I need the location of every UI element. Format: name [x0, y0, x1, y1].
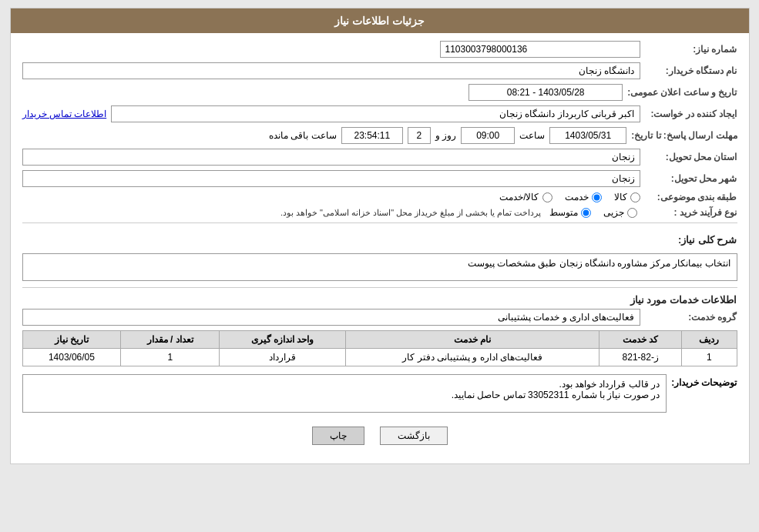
need-number-value: 1103003798000136 — [440, 41, 640, 58]
category-label-kala-khedmat: کالا/خدمت — [499, 192, 539, 202]
back-button[interactable]: بازگشت — [380, 427, 448, 445]
col-count: تعداد / مقدار — [121, 331, 220, 349]
category-label-khedmat: خدمت — [565, 192, 589, 202]
content-area: شماره نیاز: 1103003798000136 نام دستگاه … — [11, 33, 749, 463]
cell-unit: قرارداد — [220, 349, 346, 366]
separator-2 — [22, 287, 737, 288]
deadline-time: 09:00 — [461, 127, 515, 144]
cell-date: 1403/06/05 — [22, 349, 121, 366]
table-header-row: ردیف کد خدمت نام خدمت واحد اندازه گیری ت… — [22, 331, 737, 349]
table-row: 1 ز-82-821 فعالیت‌های اداره و پشتیبانی د… — [22, 349, 737, 366]
remaining-suffix: ساعت باقی مانده — [269, 130, 337, 141]
buyer-org-row: نام دستگاه خریدار: دانشگاه زنجان — [22, 62, 737, 79]
cell-code: ز-82-821 — [599, 349, 682, 366]
need-description-row: شرح کلی نیاز: — [22, 228, 737, 249]
category-row: طبقه بندی موضوعی: کالا خدمت کالا/خدمت — [22, 192, 737, 202]
creator-row: ایجاد کننده در خواست: اکبر قربانی کاربرد… — [22, 105, 737, 122]
category-option-kala-khedmat: کالا/خدمت — [499, 192, 552, 202]
col-date: تاریخ نیاز — [22, 331, 121, 349]
announce-date-value: 1403/05/28 - 08:21 — [468, 84, 623, 101]
cell-count: 1 — [121, 349, 220, 366]
need-description-label: شرح کلی نیاز: — [678, 234, 737, 246]
category-radio-khedmat[interactable] — [592, 192, 602, 202]
remaining-label: روز و — [435, 130, 456, 141]
buyer-org-label: نام دستگاه خریدار: — [645, 65, 737, 76]
page-header: جزئیات اطلاعات نیاز — [11, 8, 749, 33]
announce-date-label: تاریخ و ساعت اعلان عمومی: — [627, 87, 737, 98]
purchase-type-radio-motavasset[interactable] — [581, 208, 591, 218]
category-label: طبقه بندی موضوعی: — [645, 192, 737, 202]
province-value: زنجان — [22, 149, 640, 166]
services-table: ردیف کد خدمت نام خدمت واحد اندازه گیری ت… — [22, 330, 737, 366]
need-number-row: شماره نیاز: 1103003798000136 — [22, 41, 737, 58]
creator-label: ایجاد کننده در خواست: — [645, 109, 737, 119]
deadline-label: مهلت ارسال پاسخ: تا تاریخ: — [631, 130, 737, 141]
category-radio-kala[interactable] — [630, 192, 640, 202]
purchase-type-motavasset: متوسط — [549, 207, 591, 218]
announce-date-row: تاریخ و ساعت اعلان عمومی: 1403/05/28 - 0… — [22, 84, 737, 101]
purchase-type-label-motavasset: متوسط — [549, 207, 578, 218]
purchase-type-label-jozyi: جزیی — [603, 207, 624, 218]
purchase-type-radio-jozyi[interactable] — [627, 208, 637, 218]
remaining-days: 2 — [408, 127, 431, 144]
deadline-row: مهلت ارسال پاسخ: تا تاریخ: 1403/05/31 سا… — [22, 127, 737, 144]
cell-name: فعالیت‌های اداره و پشتیبانی دفتر کار — [345, 349, 599, 366]
cell-row-num: 1 — [682, 349, 737, 366]
page-container: جزئیات اطلاعات نیاز شماره نیاز: 11030037… — [10, 8, 750, 464]
service-group-value: فعالیت‌های اداری و خدمات پشتیبانی — [22, 309, 640, 326]
service-group-label: گروه خدمت: — [645, 312, 737, 323]
bottom-buttons: بازگشت چاپ — [22, 419, 737, 456]
service-group-row: گروه خدمت: فعالیت‌های اداری و خدمات پشتی… — [22, 309, 737, 326]
province-row: استان محل تحویل: زنجان — [22, 149, 737, 166]
col-row-num: ردیف — [682, 331, 737, 349]
category-option-khedmat: خدمت — [565, 192, 602, 202]
city-label: شهر محل تحویل: — [645, 173, 737, 184]
purchase-type-jozyi: جزیی — [603, 207, 637, 218]
buyer-notes-value: در قالب قرارداد خواهد بود. در صورت نیاز … — [22, 374, 667, 413]
remaining-time: 23:54:11 — [341, 127, 403, 144]
need-description-box-wrapper: انتخاب بیمانکار مرکز مشاوره دانشگاه زنجا… — [22, 253, 737, 281]
buyer-notes-section: توضیحات خریدار: در قالب قرارداد خواهد بو… — [22, 374, 737, 413]
province-label: استان محل تحویل: — [645, 152, 737, 162]
category-radio-group: کالا خدمت کالا/خدمت — [499, 192, 640, 202]
deadline-date: 1403/05/31 — [549, 127, 626, 144]
purchase-type-label: نوع فرآیند خرید : — [645, 207, 737, 218]
col-unit: واحد اندازه گیری — [220, 331, 346, 349]
purchase-type-radio-group: جزیی متوسط — [549, 207, 637, 218]
services-section-title: اطلاعات خدمات مورد نیاز — [22, 294, 737, 306]
separator-1 — [22, 223, 737, 223]
contact-link[interactable]: اطلاعات تماس خریدار — [22, 109, 107, 119]
category-label-kala: کالا — [614, 192, 627, 202]
print-button[interactable]: چاپ — [312, 427, 364, 445]
city-value: زنجان — [22, 170, 640, 187]
need-number-label: شماره نیاز: — [645, 44, 737, 55]
creator-value: اکبر قربانی کاربرداز دانشگاه زنجان — [111, 105, 640, 122]
page-title: جزئیات اطلاعات نیاز — [334, 15, 425, 27]
col-name: نام خدمت — [345, 331, 599, 349]
col-code: کد خدمت — [599, 331, 682, 349]
need-description-value: انتخاب بیمانکار مرکز مشاوره دانشگاه زنجا… — [22, 253, 737, 281]
buyer-org-value: دانشگاه زنجان — [22, 62, 640, 79]
purchase-type-row: نوع فرآیند خرید : جزیی متوسط پرداخت تمام… — [22, 207, 737, 218]
city-row: شهر محل تحویل: زنجان — [22, 170, 737, 187]
purchase-type-note: پرداخت تمام یا بخشی از مبلغ خریداز محل "… — [280, 208, 542, 218]
deadline-time-label: ساعت — [519, 130, 545, 141]
buyer-notes-label: توضیحات خریدار: — [671, 374, 737, 413]
category-option-kala: کالا — [614, 192, 640, 202]
category-radio-kala-khedmat[interactable] — [542, 192, 552, 202]
